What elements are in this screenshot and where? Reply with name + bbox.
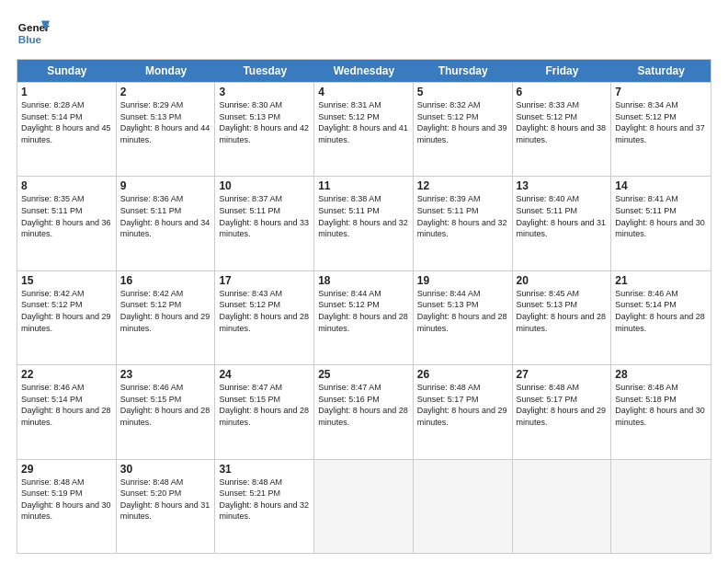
day-number: 25	[318, 368, 409, 381]
day-info: Sunrise: 8:40 AMSunset: 5:11 PMDaylight:…	[517, 193, 608, 239]
day-info: Sunrise: 8:41 AMSunset: 5:11 PMDaylight:…	[615, 193, 707, 239]
calendar-day-cell: 27 Sunrise: 8:48 AMSunset: 5:17 PMDaylig…	[513, 365, 612, 458]
day-info: Sunrise: 8:35 AMSunset: 5:11 PMDaylight:…	[21, 193, 112, 239]
day-info: Sunrise: 8:46 AMSunset: 5:15 PMDaylight:…	[120, 382, 211, 428]
calendar-day-cell: 7 Sunrise: 8:34 AMSunset: 5:12 PMDayligh…	[611, 83, 711, 176]
header: GeneralBlue	[17, 17, 711, 50]
calendar-row: 15 Sunrise: 8:42 AMSunset: 5:12 PMDaylig…	[17, 270, 711, 364]
calendar-day-cell: 25 Sunrise: 8:47 AMSunset: 5:16 PMDaylig…	[314, 365, 414, 458]
empty-cell	[513, 460, 612, 553]
calendar-row: 1 Sunrise: 8:28 AMSunset: 5:14 PMDayligh…	[17, 82, 711, 176]
calendar-day-cell: 26 Sunrise: 8:48 AMSunset: 5:17 PMDaylig…	[414, 365, 513, 458]
day-info: Sunrise: 8:38 AMSunset: 5:11 PMDaylight:…	[318, 193, 409, 239]
day-info: Sunrise: 8:48 AMSunset: 5:20 PMDaylight:…	[120, 477, 211, 523]
day-number: 16	[120, 274, 211, 287]
calendar-day-cell: 20 Sunrise: 8:45 AMSunset: 5:13 PMDaylig…	[513, 271, 612, 364]
day-info: Sunrise: 8:30 AMSunset: 5:13 PMDaylight:…	[219, 99, 310, 145]
day-number: 3	[219, 86, 310, 98]
calendar: SundayMondayTuesdayWednesdayThursdayFrid…	[17, 59, 711, 554]
day-info: Sunrise: 8:48 AMSunset: 5:17 PMDaylight:…	[517, 382, 608, 428]
calendar-day-cell: 15 Sunrise: 8:42 AMSunset: 5:12 PMDaylig…	[17, 271, 117, 364]
day-info: Sunrise: 8:28 AMSunset: 5:14 PMDaylight:…	[21, 99, 112, 145]
day-number: 6	[517, 86, 608, 98]
calendar-day-cell: 3 Sunrise: 8:30 AMSunset: 5:13 PMDayligh…	[215, 83, 314, 176]
day-info: Sunrise: 8:32 AMSunset: 5:12 PMDaylight:…	[417, 99, 508, 145]
day-number: 2	[120, 86, 211, 98]
day-info: Sunrise: 8:45 AMSunset: 5:13 PMDaylight:…	[517, 288, 608, 334]
day-info: Sunrise: 8:31 AMSunset: 5:12 PMDaylight:…	[318, 99, 409, 145]
day-number: 13	[517, 179, 608, 192]
day-info: Sunrise: 8:37 AMSunset: 5:11 PMDaylight:…	[219, 193, 310, 239]
calendar-day-cell: 29 Sunrise: 8:48 AMSunset: 5:19 PMDaylig…	[17, 460, 117, 553]
calendar-day-cell: 1 Sunrise: 8:28 AMSunset: 5:14 PMDayligh…	[17, 83, 117, 176]
empty-cell	[611, 460, 711, 553]
calendar-day-cell: 5 Sunrise: 8:32 AMSunset: 5:12 PMDayligh…	[414, 83, 513, 176]
day-of-week-header: Saturday	[611, 60, 711, 82]
day-number: 5	[417, 86, 508, 98]
day-number: 9	[120, 179, 211, 192]
calendar-day-cell: 21 Sunrise: 8:46 AMSunset: 5:14 PMDaylig…	[611, 271, 711, 364]
calendar-day-cell: 10 Sunrise: 8:37 AMSunset: 5:11 PMDaylig…	[215, 177, 314, 270]
day-number: 20	[517, 274, 608, 287]
day-info: Sunrise: 8:47 AMSunset: 5:15 PMDaylight:…	[219, 382, 310, 428]
calendar-day-cell: 12 Sunrise: 8:39 AMSunset: 5:11 PMDaylig…	[414, 177, 513, 270]
day-of-week-header: Wednesday	[314, 60, 414, 82]
day-number: 18	[318, 274, 409, 287]
day-number: 19	[417, 274, 508, 287]
day-number: 30	[120, 463, 211, 476]
day-number: 4	[318, 86, 409, 98]
day-info: Sunrise: 8:44 AMSunset: 5:12 PMDaylight:…	[318, 288, 409, 334]
day-number: 1	[21, 86, 112, 98]
calendar-day-cell: 14 Sunrise: 8:41 AMSunset: 5:11 PMDaylig…	[611, 177, 711, 270]
day-info: Sunrise: 8:33 AMSunset: 5:12 PMDaylight:…	[517, 99, 608, 145]
calendar-day-cell: 22 Sunrise: 8:46 AMSunset: 5:14 PMDaylig…	[17, 365, 117, 458]
calendar-day-cell: 11 Sunrise: 8:38 AMSunset: 5:11 PMDaylig…	[314, 177, 414, 270]
day-info: Sunrise: 8:46 AMSunset: 5:14 PMDaylight:…	[21, 382, 112, 428]
calendar-day-cell: 9 Sunrise: 8:36 AMSunset: 5:11 PMDayligh…	[117, 177, 216, 270]
empty-cell	[414, 460, 513, 553]
calendar-day-cell: 28 Sunrise: 8:48 AMSunset: 5:18 PMDaylig…	[611, 365, 711, 458]
day-number: 12	[417, 179, 508, 192]
calendar-header: SundayMondayTuesdayWednesdayThursdayFrid…	[17, 60, 711, 82]
day-number: 7	[615, 86, 707, 98]
calendar-row: 8 Sunrise: 8:35 AMSunset: 5:11 PMDayligh…	[17, 176, 711, 270]
svg-text:Blue: Blue	[18, 33, 42, 45]
day-number: 24	[219, 368, 310, 381]
day-of-week-header: Sunday	[17, 60, 117, 82]
calendar-day-cell: 23 Sunrise: 8:46 AMSunset: 5:15 PMDaylig…	[117, 365, 216, 458]
calendar-day-cell: 30 Sunrise: 8:48 AMSunset: 5:20 PMDaylig…	[117, 460, 216, 553]
day-of-week-header: Friday	[513, 60, 612, 82]
day-info: Sunrise: 8:42 AMSunset: 5:12 PMDaylight:…	[21, 288, 112, 334]
calendar-day-cell: 17 Sunrise: 8:43 AMSunset: 5:12 PMDaylig…	[215, 271, 314, 364]
day-number: 8	[21, 179, 112, 192]
day-number: 15	[21, 274, 112, 287]
calendar-day-cell: 2 Sunrise: 8:29 AMSunset: 5:13 PMDayligh…	[117, 83, 216, 176]
day-info: Sunrise: 8:39 AMSunset: 5:11 PMDaylight:…	[417, 193, 508, 239]
day-info: Sunrise: 8:36 AMSunset: 5:11 PMDaylight:…	[120, 193, 211, 239]
day-number: 14	[615, 179, 707, 192]
day-info: Sunrise: 8:43 AMSunset: 5:12 PMDaylight:…	[219, 288, 310, 334]
calendar-day-cell: 4 Sunrise: 8:31 AMSunset: 5:12 PMDayligh…	[314, 83, 414, 176]
calendar-day-cell: 16 Sunrise: 8:42 AMSunset: 5:12 PMDaylig…	[117, 271, 216, 364]
day-number: 21	[615, 274, 707, 287]
day-number: 17	[219, 274, 310, 287]
generalblue-logo-icon: GeneralBlue	[17, 17, 50, 50]
calendar-day-cell: 18 Sunrise: 8:44 AMSunset: 5:12 PMDaylig…	[314, 271, 414, 364]
day-number: 22	[21, 368, 112, 381]
day-info: Sunrise: 8:46 AMSunset: 5:14 PMDaylight:…	[615, 288, 707, 334]
empty-cell	[314, 460, 414, 553]
calendar-row: 29 Sunrise: 8:48 AMSunset: 5:19 PMDaylig…	[17, 459, 711, 553]
day-info: Sunrise: 8:48 AMSunset: 5:19 PMDaylight:…	[21, 477, 112, 523]
day-number: 11	[318, 179, 409, 192]
day-info: Sunrise: 8:44 AMSunset: 5:13 PMDaylight:…	[417, 288, 508, 334]
day-info: Sunrise: 8:48 AMSunset: 5:18 PMDaylight:…	[615, 382, 707, 428]
calendar-body: 1 Sunrise: 8:28 AMSunset: 5:14 PMDayligh…	[17, 82, 711, 553]
day-of-week-header: Monday	[117, 60, 216, 82]
day-number: 26	[417, 368, 508, 381]
day-number: 27	[517, 368, 608, 381]
day-info: Sunrise: 8:29 AMSunset: 5:13 PMDaylight:…	[120, 99, 211, 145]
calendar-day-cell: 8 Sunrise: 8:35 AMSunset: 5:11 PMDayligh…	[17, 177, 117, 270]
day-number: 23	[120, 368, 211, 381]
calendar-day-cell: 6 Sunrise: 8:33 AMSunset: 5:12 PMDayligh…	[513, 83, 612, 176]
calendar-row: 22 Sunrise: 8:46 AMSunset: 5:14 PMDaylig…	[17, 364, 711, 458]
